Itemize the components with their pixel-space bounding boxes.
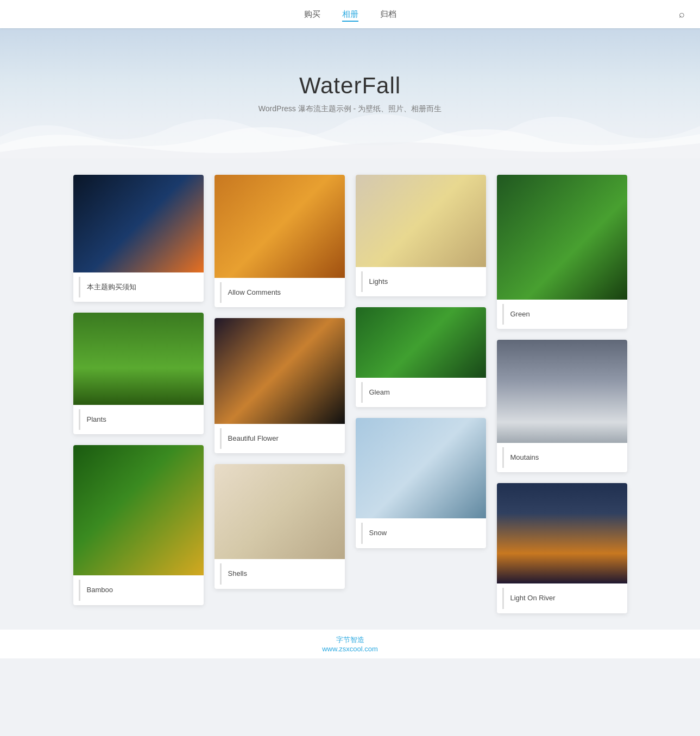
hero-section: WaterFall WordPress 瀑布流主题示例 - 为壁纸、照片、相册而… [0,28,700,158]
waterfall-grid: 本主题购买须知 Plants Bamboo Allow Comments Bea… [62,175,638,613]
card-notice-caption: 本主题购买须知 [79,277,198,297]
card-allow-comments[interactable]: Allow Comments [215,175,345,307]
card-snow-image [356,418,486,518]
card-shells-caption: Shells [220,563,339,584]
card-allow-comments-image [215,175,345,278]
card-gleam[interactable]: Gleam [356,307,486,407]
nav-link-buy[interactable]: 购买 [304,9,320,21]
card-green-caption: Green [502,304,622,325]
card-green[interactable]: Green [497,175,627,329]
card-plants[interactable]: Plants [73,313,204,434]
card-gleam-caption: Gleam [361,382,481,403]
card-beautiful-flower[interactable]: Beautiful Flower [215,318,345,453]
card-lights-caption: Lights [361,271,481,292]
waterfall-col-3: Lights Gleam Snow [356,175,486,548]
card-plants-image [73,313,204,405]
nav-item-archive[interactable]: 归档 [380,9,396,20]
search-icon[interactable]: ⌕ [679,9,685,20]
waterfall-col-2: Allow Comments Beautiful Flower Shells [215,175,345,589]
card-shells[interactable]: Shells [215,464,345,588]
nav-item-album[interactable]: 相册 [342,9,358,20]
card-allow-comments-caption: Allow Comments [220,282,339,303]
card-notice[interactable]: 本主题购买须知 [73,175,204,302]
card-green-image [497,175,627,300]
card-mountains-image [497,340,627,443]
nav-link-archive[interactable]: 归档 [380,9,396,21]
card-light-on-river-image [497,483,627,583]
waterfall-col-1: 本主题购买须知 Plants Bamboo [73,175,204,605]
watermark-line2: www.zsxcool.com [322,645,378,653]
card-bamboo[interactable]: Bamboo [73,445,204,605]
card-notice-image [73,175,204,272]
card-bamboo-caption: Bamboo [79,580,198,600]
waterfall-col-4: Green Moutains Light On River [497,175,627,613]
card-snow-caption: Snow [361,523,481,543]
card-plants-caption: Plants [79,409,198,430]
card-beautiful-flower-caption: Beautiful Flower [220,428,339,449]
watermark-footer: 字节智造 www.zsxcool.com [0,630,700,658]
card-gleam-image [356,307,486,378]
nav-item-buy[interactable]: 购买 [304,9,320,20]
card-lights[interactable]: Lights [356,175,486,296]
card-snow[interactable]: Snow [356,418,486,548]
site-title: WaterFall [299,73,401,99]
card-light-on-river[interactable]: Light On River [497,483,627,613]
card-light-on-river-caption: Light On River [502,588,622,608]
card-bamboo-image [73,445,204,575]
card-beautiful-flower-image [215,318,345,424]
watermark-line1: 字节智造 [336,636,364,644]
card-lights-image [356,175,486,267]
site-subtitle: WordPress 瀑布流主题示例 - 为壁纸、照片、相册而生 [258,104,442,114]
main-nav: 购买 相册 归档 ⌕ [0,0,700,28]
nav-links: 购买 相册 归档 [304,9,396,20]
card-mountains-caption: Moutains [502,447,622,468]
card-shells-image [215,464,345,559]
card-mountains[interactable]: Moutains [497,340,627,472]
nav-link-album[interactable]: 相册 [342,9,358,22]
